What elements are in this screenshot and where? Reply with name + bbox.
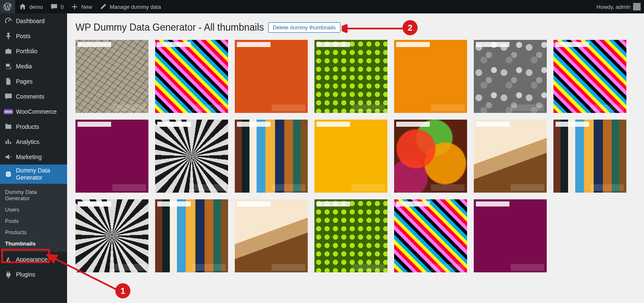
comment-icon (50, 3, 58, 11)
sidebar-item-label: Dashboard (16, 18, 45, 24)
thumbnail[interactable] (155, 199, 228, 272)
sidebar-item-media[interactable]: Media (0, 59, 67, 74)
delete-thumbnails-button[interactable]: Delete dummy thumbnails (268, 22, 340, 33)
sidebar-item-label: Pages (16, 78, 33, 85)
sidebar-item-appearance[interactable]: Appearance (0, 252, 67, 267)
thumbnail[interactable] (235, 120, 308, 193)
sidebar-item-label: Comments (16, 93, 44, 100)
thumbnail[interactable] (314, 40, 387, 113)
sidebar-item-pages[interactable]: Pages (0, 74, 67, 89)
home-icon (18, 3, 27, 11)
content-area: WP Dummy Data Generator - All thumbnails… (67, 13, 644, 303)
marketing-icon (4, 153, 13, 161)
thumbnail[interactable] (235, 40, 308, 113)
sidebar-item-dummy-data-generator[interactable]: Dummy Data Generator (0, 165, 67, 184)
thumbnail[interactable] (474, 40, 547, 113)
svg-point-0 (7, 65, 8, 65)
media-icon (4, 62, 13, 71)
thumbnail[interactable] (474, 120, 547, 193)
page-icon (4, 77, 13, 86)
thumbnail[interactable] (75, 199, 148, 272)
thumbnail[interactable] (314, 199, 387, 272)
site-name: demo (29, 4, 43, 10)
submenu-item-products[interactable]: Products (0, 227, 67, 238)
new-content-link[interactable]: New (67, 0, 96, 13)
howdy-text: Howdy, admin (597, 4, 631, 10)
admin-sidebar: DashboardPostsPortfolioMediaPagesComment… (0, 13, 67, 303)
dashboard-icon (4, 17, 13, 25)
sidebar-item-analytics[interactable]: Analytics (0, 134, 67, 149)
sidebar-item-woocommerce[interactable]: wooWooCommerce (0, 104, 67, 119)
thumbnails-grid (75, 40, 636, 279)
plus-icon (70, 3, 79, 11)
sidebar-item-portfolio[interactable]: Portfolio (0, 44, 67, 59)
admin-bar: demo 0 New Manage dummy data Howdy, admi… (0, 0, 644, 13)
wp-logo[interactable] (0, 0, 15, 13)
thumbnail[interactable] (394, 40, 467, 113)
avatar-icon (633, 3, 641, 10)
account-link[interactable]: Howdy, admin (593, 0, 644, 13)
thumbnail[interactable] (235, 199, 308, 272)
thumbnail[interactable] (75, 40, 148, 113)
thumbnail[interactable] (394, 120, 467, 193)
sidebar-item-label: Posts (16, 33, 31, 39)
page-title-row: WP Dummy Data Generator - All thumbnails… (75, 22, 636, 33)
comments-icon (4, 92, 13, 101)
tools-icon (99, 3, 107, 11)
submenu-item-posts[interactable]: Posts (0, 215, 67, 227)
sidebar-item-label: WooCommerce (16, 108, 57, 115)
sidebar-item-products[interactable]: Products (0, 119, 67, 134)
appearance-icon (4, 255, 13, 264)
woo-icon: woo (4, 107, 13, 116)
sidebar-item-label: Marketing (16, 154, 42, 160)
submenu-item-dummy-data-generator[interactable]: Dummy Data Generator (0, 186, 67, 204)
thumbnail[interactable] (553, 120, 626, 193)
thumbnail[interactable] (314, 120, 387, 193)
sidebar-item-label: Products (16, 123, 39, 130)
thumbnail[interactable] (394, 199, 467, 272)
comments-link[interactable]: 0 (47, 0, 67, 13)
analytics-icon (4, 138, 13, 146)
comments-count: 0 (61, 4, 64, 10)
sidebar-item-label: Dummy Data Generator (16, 167, 63, 181)
sidebar-item-label: Media (16, 63, 32, 70)
plugins-icon (4, 270, 13, 279)
sidebar-item-marketing[interactable]: Marketing (0, 149, 67, 165)
thumbnail[interactable] (155, 40, 228, 113)
wordpress-icon (3, 3, 12, 11)
sidebar-item-plugins[interactable]: Plugins (0, 267, 67, 282)
page-title: WP Dummy Data Generator - All thumbnails (75, 22, 264, 33)
sidebar-item-comments[interactable]: Comments (0, 89, 67, 104)
sidebar-submenu: Dummy Data GeneratorUsersPostsProductsTh… (0, 184, 67, 252)
sidebar-item-posts[interactable]: Posts (0, 29, 67, 44)
manage-dummy-link[interactable]: Manage dummy data (96, 0, 164, 13)
new-label: New (81, 4, 92, 10)
sidebar-item-label: Appearance (16, 256, 48, 263)
sidebar-item-label: Portfolio (16, 48, 37, 55)
site-name-link[interactable]: demo (15, 0, 47, 13)
thumbnail[interactable] (474, 199, 547, 272)
portfolio-icon (4, 47, 13, 55)
sidebar-item-label: Analytics (16, 138, 39, 145)
thumbnail[interactable] (155, 120, 228, 193)
submenu-item-users[interactable]: Users (0, 204, 67, 215)
submenu-item-thumbnails[interactable]: Thumbnails (0, 238, 67, 249)
pin-icon (4, 32, 13, 40)
dummy-icon (4, 170, 13, 178)
products-icon (4, 123, 13, 131)
sidebar-item-label: Plugins (16, 271, 35, 278)
thumbnail[interactable] (75, 120, 148, 193)
thumbnail[interactable] (553, 40, 626, 113)
sidebar-item-dashboard[interactable]: Dashboard (0, 13, 67, 29)
manage-label: Manage dummy data (110, 4, 161, 10)
